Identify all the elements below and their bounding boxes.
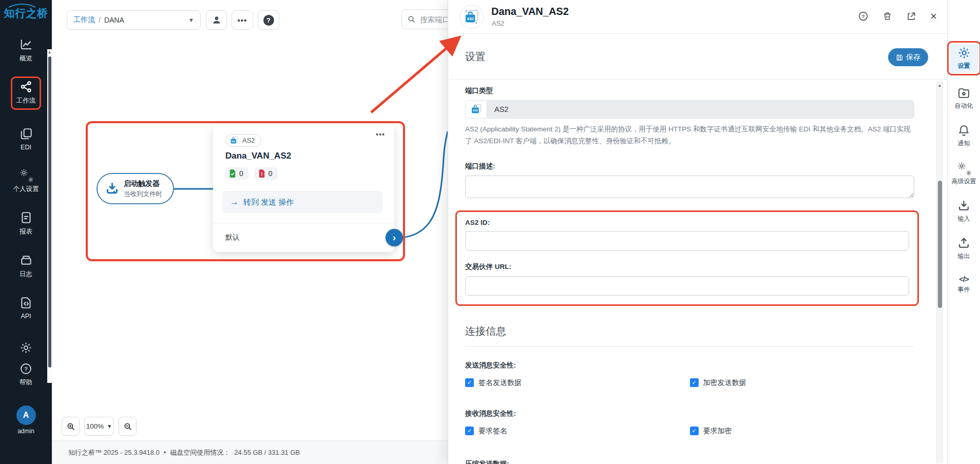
checkbox-encrypt-data[interactable]: ✓ 加密发送数据: [690, 378, 915, 388]
port-type-badge: AS2 AS2: [225, 134, 261, 147]
receive-security-label: 接收消息安全性:: [465, 409, 914, 418]
code-icon: </>: [959, 275, 969, 283]
checkbox-label: 要求签名: [478, 427, 507, 436]
circle-question-icon: ?: [20, 362, 32, 375]
port-description-label: 端口描述:: [465, 162, 914, 171]
checkbox-label: 加密发送数据: [703, 378, 746, 388]
logo-arc-icon: [7, 3, 37, 8]
as2-id-label: AS2 ID:: [465, 219, 909, 226]
checkbox-require-encrypt[interactable]: ✓ 要求加密: [690, 427, 915, 436]
port-settings-panel: AS2»« Dana_VAN_AS2 AS2 ? × 设置 保存 端口类型: [448, 0, 947, 464]
avatar-label: admin: [17, 428, 34, 435]
gears-icon: [20, 168, 33, 182]
tab-output[interactable]: 输出: [950, 235, 978, 263]
avatar[interactable]: A: [16, 405, 36, 425]
sidebar-item-overview[interactable]: 概览: [20, 38, 33, 63]
node-more-menu[interactable]: •••: [376, 130, 385, 139]
as2-id-input[interactable]: [465, 231, 909, 250]
as2-port-icon: AS2»«: [459, 5, 484, 29]
workflow-canvas[interactable]: 工作流 / DANA ▼ ••• ? 启动触发器 当收到文件时 AS2: [52, 0, 448, 464]
sidebar-item-reports[interactable]: 报表: [20, 211, 33, 236]
tab-label: 输出: [958, 252, 970, 261]
panel-subtitle: AS2: [492, 20, 505, 27]
svg-text:AS2: AS2: [472, 109, 477, 112]
file-lines-icon: [20, 211, 33, 224]
avatar-initial: A: [23, 411, 29, 420]
checkbox-sign-data[interactable]: ✓ 签名发送数据: [465, 378, 690, 388]
sidebar-scrollbar[interactable]: ▲: [47, 49, 52, 383]
partner-url-label: 交易伙伴 URL:: [465, 262, 909, 272]
tab-advanced-settings[interactable]: 高级设置: [950, 159, 978, 188]
tab-automation[interactable]: 自动化: [950, 84, 978, 113]
zoom-in-button[interactable]: [62, 417, 80, 436]
panel-scrollbar[interactable]: ▲: [936, 82, 943, 462]
sidebar-item-edi[interactable]: EDI: [20, 127, 33, 151]
checkbox-checked-icon[interactable]: ✓: [690, 427, 699, 435]
zoom-out-button[interactable]: [119, 417, 137, 436]
tab-label: 输入: [958, 215, 970, 223]
sidebar-item-personal-settings[interactable]: 个人设置: [13, 168, 39, 194]
tab-input[interactable]: 输入: [950, 197, 978, 226]
bell-icon: [957, 124, 970, 137]
app-sidebar: 知行之桥 概览 工作流 EDI 个人设置 报表: [0, 0, 52, 464]
checkbox-checked-icon[interactable]: ✓: [465, 427, 474, 435]
start-trigger-node[interactable]: 启动触发器 当收到文件时: [97, 173, 174, 204]
gear-icon: [20, 341, 32, 354]
connection-info-heading: 连接信息: [465, 324, 914, 347]
sidebar-item-settings[interactable]: [20, 341, 32, 354]
sidebar-item-label: 日志: [20, 270, 32, 279]
partner-url-input[interactable]: [465, 276, 909, 296]
doc-check-icon: [229, 169, 236, 178]
error-count-badge[interactable]: ! 0: [255, 167, 278, 180]
sidebar-item-logs[interactable]: 日志: [20, 254, 33, 279]
sidebar-item-label: 个人设置: [13, 185, 39, 194]
port-type-badge-label: AS2: [242, 137, 255, 144]
save-button[interactable]: 保存: [888, 48, 928, 66]
svg-text:?: ?: [24, 366, 28, 372]
checkbox-require-sign[interactable]: ✓ 要求签名: [465, 427, 690, 436]
port-description-input[interactable]: [465, 176, 914, 198]
trigger-title: 启动触发器: [124, 179, 162, 188]
checkbox-label: 签名发送数据: [478, 378, 522, 388]
app-logo[interactable]: 知行之桥: [4, 6, 48, 21]
sidebar-item-label: 概览: [20, 54, 32, 63]
delete-port-button[interactable]: [882, 11, 892, 22]
port-type-description: AS2 (Applicability Statement 2) 是一种广泛采用的…: [465, 124, 914, 147]
checkbox-checked-icon[interactable]: ✓: [465, 378, 474, 387]
annotation-box-settings-tab: 设置: [947, 41, 980, 75]
tab-events[interactable]: </> 事件: [950, 272, 978, 297]
scrollbar-up-icon[interactable]: ▲: [47, 49, 52, 55]
checkbox-checked-icon[interactable]: ✓: [690, 378, 699, 387]
close-panel-button[interactable]: ×: [930, 11, 937, 22]
tab-notifications[interactable]: 通知: [950, 122, 978, 150]
scrollbar-up-icon[interactable]: ▲: [937, 82, 943, 89]
port-type-field: AS2 AS2: [465, 100, 914, 119]
zoom-level-dropdown[interactable]: 100% ▼: [84, 417, 114, 436]
tab-settings[interactable]: 设置: [950, 44, 978, 73]
success-count-badge[interactable]: 0: [225, 167, 248, 180]
download-tray-icon: [105, 182, 119, 196]
expand-route-button[interactable]: ›: [386, 229, 403, 246]
node-route-footer: 默认: [213, 223, 394, 252]
svg-text:AS2: AS2: [232, 140, 236, 143]
panel-scrollbar-thumb[interactable]: [938, 181, 942, 308]
tab-label: 高级设置: [952, 177, 976, 186]
zoom-out-icon: [123, 422, 132, 431]
line-chart-icon: [20, 38, 33, 51]
share-nodes-icon: [20, 80, 33, 93]
open-external-button[interactable]: [906, 11, 916, 22]
goto-send-action-link[interactable]: → 转到 发送 操作: [222, 191, 383, 214]
annotation-box-workflow: 工作流: [11, 76, 42, 110]
trigger-subtitle: 当收到文件时: [124, 190, 162, 199]
sidebar-item-workflow[interactable]: 工作流: [16, 80, 36, 105]
as2-briefcase-icon: AS2: [466, 101, 487, 118]
arrow-right-icon: →: [230, 197, 239, 207]
settings-heading: 设置: [465, 50, 486, 64]
sidebar-item-help[interactable]: ? 帮助: [20, 362, 32, 387]
folder-gear-icon: [957, 87, 970, 100]
sidebar-scrollbar-thumb[interactable]: [48, 56, 51, 368]
panel-help-button[interactable]: ?: [858, 11, 869, 22]
settings-section-head: 设置 保存: [448, 34, 947, 80]
port-node-card[interactable]: AS2 AS2 ••• Dana_VAN_AS2 0 ! 0 → 转到 发送 操…: [213, 124, 394, 252]
sidebar-item-api[interactable]: API: [20, 296, 33, 320]
